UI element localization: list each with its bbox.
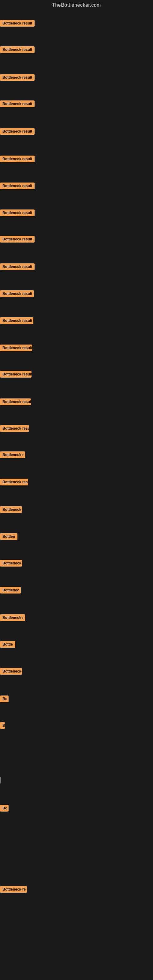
bottleneck-badge-16: Bottleneck result xyxy=(0,425,29,432)
bottleneck-item-16: Bottleneck result xyxy=(0,425,29,433)
bottleneck-badge-23: Bottleneck r xyxy=(0,614,25,621)
bottleneck-item-2: Bottleneck result xyxy=(0,46,35,54)
bottleneck-item-21: Bottleneck xyxy=(0,560,22,568)
bottleneck-item-29: Bo xyxy=(0,805,9,813)
bottleneck-badge-11: Bottleneck result xyxy=(0,290,34,297)
bottleneck-item-11: Bottleneck result xyxy=(0,290,34,298)
bottleneck-item-26: Bo xyxy=(0,695,9,703)
bottleneck-badge-6: Bottleneck result xyxy=(0,156,35,162)
bottleneck-badge-15: Bottleneck result xyxy=(0,398,31,405)
bottleneck-badge-10: Bottleneck result xyxy=(0,263,35,270)
vertical-line-28 xyxy=(0,777,1,783)
bottleneck-badge-8: Bottleneck result xyxy=(0,210,35,216)
bottleneck-item-8: Bottleneck result xyxy=(0,210,35,218)
bottleneck-badge-1: Bottleneck result xyxy=(0,20,35,27)
site-title: TheBottlenecker.com xyxy=(0,0,153,12)
bottleneck-badge-21: Bottleneck xyxy=(0,560,22,566)
bottleneck-item-24: Bottle xyxy=(0,641,15,649)
bottleneck-badge-30: Bottleneck re xyxy=(0,886,27,893)
bottleneck-item-13: Bottleneck result xyxy=(0,345,32,353)
bottleneck-badge-7: Bottleneck result xyxy=(0,183,35,189)
bottleneck-item-22: Bottlenec xyxy=(0,587,21,595)
bottleneck-badge-24: Bottle xyxy=(0,641,15,648)
bottleneck-item-9: Bottleneck result xyxy=(0,236,35,244)
bottleneck-badge-20: Bottlen xyxy=(0,533,18,540)
bottleneck-badge-17: Bottleneck r xyxy=(0,452,25,458)
bottleneck-badge-14: Bottleneck result xyxy=(0,371,32,378)
bottleneck-badge-9: Bottleneck result xyxy=(0,236,35,243)
bottleneck-badge-13: Bottleneck result xyxy=(0,345,32,351)
bottleneck-item-5: Bottleneck result xyxy=(0,128,35,136)
bottleneck-badge-22: Bottlenec xyxy=(0,587,21,593)
bottleneck-badge-29: Bo xyxy=(0,805,9,811)
bottleneck-item-3: Bottleneck result xyxy=(0,74,35,82)
bottleneck-item-15: Bottleneck result xyxy=(0,398,31,406)
bottleneck-item-18: Bottleneck resu xyxy=(0,479,28,487)
bottleneck-badge-4: Bottleneck result xyxy=(0,100,35,107)
bottleneck-item-10: Bottleneck result xyxy=(0,263,35,271)
bottleneck-item-28 xyxy=(0,777,1,783)
bottleneck-item-20: Bottlen xyxy=(0,533,18,541)
bottleneck-item-1: Bottleneck result xyxy=(0,20,35,28)
bottleneck-item-7: Bottleneck result xyxy=(0,183,35,191)
bottleneck-item-4: Bottleneck result xyxy=(0,100,35,108)
bottleneck-badge-2: Bottleneck result xyxy=(0,46,35,53)
bottleneck-badge-5: Bottleneck result xyxy=(0,128,35,135)
bottleneck-badge-25: Bottleneck xyxy=(0,668,22,675)
bottleneck-item-6: Bottleneck result xyxy=(0,156,35,164)
bottleneck-item-25: Bottleneck xyxy=(0,668,22,676)
bottleneck-badge-3: Bottleneck result xyxy=(0,74,35,81)
bottleneck-item-14: Bottleneck result xyxy=(0,371,32,379)
bottleneck-item-27: B xyxy=(0,722,5,730)
bottleneck-badge-27: B xyxy=(0,722,5,729)
bottleneck-item-23: Bottleneck r xyxy=(0,614,25,622)
bottleneck-item-19: Bottleneck xyxy=(0,506,22,514)
bottleneck-badge-12: Bottleneck result xyxy=(0,317,33,324)
bottleneck-item-30: Bottleneck re xyxy=(0,886,27,894)
bottleneck-badge-26: Bo xyxy=(0,695,9,702)
bottleneck-badge-18: Bottleneck resu xyxy=(0,479,28,485)
bottleneck-item-12: Bottleneck result xyxy=(0,317,33,325)
bottleneck-item-17: Bottleneck r xyxy=(0,452,25,460)
bottleneck-badge-19: Bottleneck xyxy=(0,506,22,513)
